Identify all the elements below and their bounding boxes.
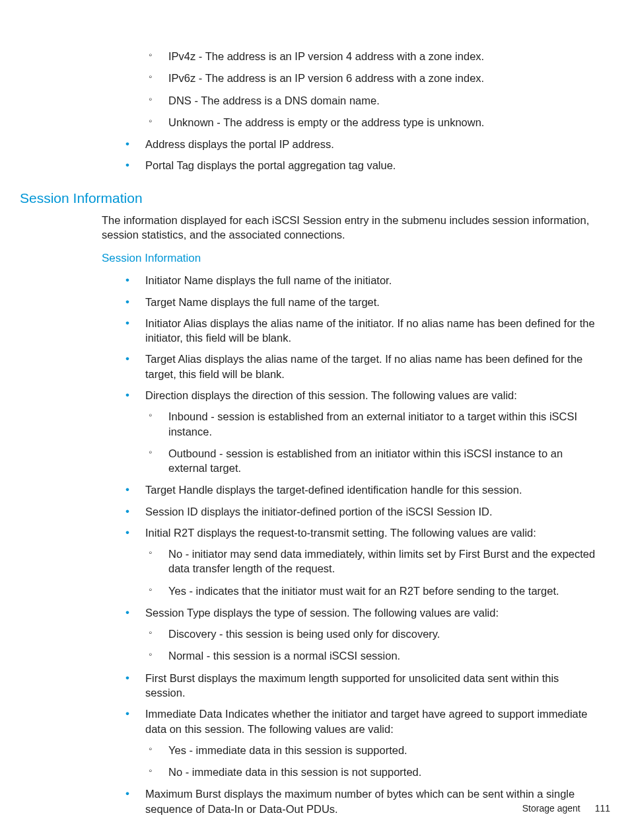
heading-session-information: Session Information [20, 189, 610, 208]
list-item: DNS - The address is a DNS domain name. [149, 93, 597, 108]
list-item: Initiator Alias displays the alias name … [125, 316, 597, 346]
list-item: Yes - indicates that the initiator must … [149, 584, 597, 598]
list-item: Initial R2T displays the request-to-tran… [125, 525, 597, 598]
direction-values-sublist: Inbound - session is established from an… [149, 409, 597, 475]
list-item: Target Alias displays the alias name of … [125, 352, 597, 381]
address-type-sublist: IPv4z - The address is an IP version 4 a… [149, 49, 597, 130]
session-information-list: Initiator Name displays the full name of… [125, 273, 597, 816]
list-item: Unknown - The address is empty or the ad… [149, 115, 597, 130]
list-item-text: Immediate Data Indicates whether the ini… [145, 708, 588, 734]
list-item: Normal - this session is a normal iSCSI … [149, 648, 597, 663]
list-item: Outbound - session is established from a… [149, 446, 597, 476]
body-content: IPv4z - The address is an IP version 4 a… [20, 49, 610, 816]
immediate-data-values-sublist: Yes - immediate data in this session is … [149, 743, 597, 780]
list-item-text: Initial R2T displays the request-to-tran… [145, 527, 536, 539]
list-item: IPv4z - The address is an IP version 4 a… [149, 49, 597, 63]
list-item: Initiator Name displays the full name of… [125, 273, 597, 287]
page-footer: Storage agent 111 [522, 802, 610, 815]
footer-section-label: Storage agent [522, 803, 580, 814]
list-item: Target Name displays the full name of th… [125, 295, 597, 309]
list-item: No - initiator may send data immediately… [149, 547, 597, 576]
list-item: Inbound - session is established from an… [149, 409, 597, 439]
list-item: Yes - immediate data in this session is … [149, 743, 597, 757]
list-item: Discovery - this session is being used o… [149, 627, 597, 641]
initial-r2t-values-sublist: No - initiator may send data immediately… [149, 547, 597, 598]
list-item: Target Handle displays the target-define… [125, 482, 597, 497]
session-type-values-sublist: Discovery - this session is being used o… [149, 627, 597, 664]
list-item-text: Session Type displays the type of sessio… [145, 607, 499, 619]
session-intro-paragraph: The information displayed for each iSCSI… [102, 213, 597, 243]
list-item: No - immediate data in this session is n… [149, 765, 597, 779]
document-page: IPv4z - The address is an IP version 4 a… [0, 0, 630, 840]
list-item: Session ID displays the initiator-define… [125, 504, 597, 519]
list-item: Direction displays the direction of this… [125, 388, 597, 475]
list-item: First Burst displays the maximum length … [125, 671, 597, 701]
page-number: 111 [595, 803, 610, 814]
list-item-text: Direction displays the direction of this… [145, 389, 517, 401]
list-item: Portal Tag displays the portal aggregati… [125, 158, 597, 172]
list-item: Session Type displays the type of sessio… [125, 605, 597, 664]
list-item: IPv6z - The address is an IP version 6 a… [149, 71, 597, 85]
subheading-session-information: Session Information [102, 251, 610, 266]
list-item: Address displays the portal IP address. [125, 137, 597, 151]
portal-info-list: Address displays the portal IP address. … [125, 137, 597, 173]
list-item: Immediate Data Indicates whether the ini… [125, 706, 597, 779]
